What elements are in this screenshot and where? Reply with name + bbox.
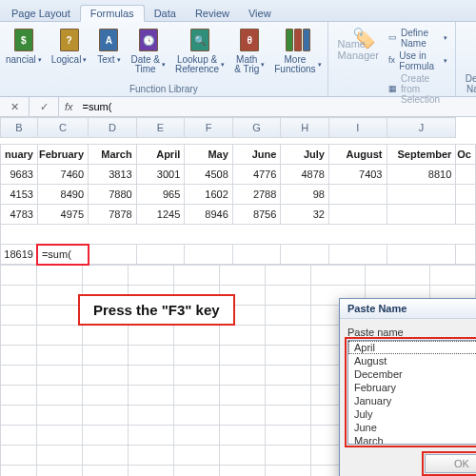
cell[interactable] [36, 326, 82, 346]
cell[interactable] [429, 266, 475, 286]
paste-name-listbox[interactable]: AprilAugustDecemberFebruaryJanuaryJulyJu… [347, 340, 476, 445]
accept-formula-icon[interactable]: ✓ [30, 97, 59, 116]
cell[interactable] [128, 426, 173, 446]
cell[interactable]: 8490 [37, 185, 88, 205]
cell[interactable]: 7878 [89, 205, 137, 225]
list-item[interactable]: March [348, 434, 476, 445]
cell[interactable] [128, 326, 173, 346]
cell[interactable] [266, 306, 311, 326]
col-header[interactable]: E [136, 118, 185, 138]
cell[interactable]: 98 [281, 185, 329, 205]
cell[interactable] [36, 366, 82, 386]
cell[interactable] [220, 266, 266, 286]
cell[interactable] [328, 245, 387, 265]
list-item[interactable]: February [348, 381, 476, 394]
list-item[interactable]: December [348, 367, 476, 381]
cell[interactable] [82, 346, 128, 366]
cell[interactable] [1, 386, 37, 406]
cell[interactable] [266, 406, 311, 426]
cell[interactable] [128, 446, 173, 466]
cell[interactable]: 32 [281, 205, 329, 225]
cell[interactable]: 4508 [185, 165, 233, 185]
cell[interactable] [82, 386, 128, 406]
list-item[interactable]: July [348, 407, 476, 421]
cell[interactable] [128, 346, 173, 366]
list-item[interactable]: August [348, 354, 476, 367]
cell[interactable] [266, 466, 311, 477]
cell[interactable] [1, 366, 37, 386]
cell[interactable]: 3001 [136, 165, 185, 185]
cell[interactable] [1, 446, 37, 466]
cell[interactable] [220, 406, 266, 426]
cell[interactable] [366, 266, 429, 286]
text-button[interactable]: A Text▾ [94, 25, 123, 75]
use-in-formula-button[interactable]: fx Use in Formula▾ [385, 50, 451, 72]
cell[interactable] [266, 266, 311, 286]
cell[interactable] [387, 205, 456, 225]
cell[interactable] [174, 406, 220, 426]
cell[interactable] [174, 386, 220, 406]
cell[interactable] [174, 446, 220, 466]
cell[interactable] [220, 386, 266, 406]
cell[interactable] [220, 466, 266, 477]
more-functions-button[interactable]: More Functions▾ [272, 25, 323, 75]
date-time-button[interactable]: 🕓 Date & Time▾ [129, 25, 168, 75]
cell[interactable] [36, 466, 82, 477]
cell[interactable]: 4153 [1, 185, 38, 205]
list-item[interactable]: June [348, 421, 476, 434]
cell[interactable] [1, 306, 37, 326]
tab-review[interactable]: Review [186, 6, 239, 21]
cell[interactable] [128, 366, 173, 386]
cell[interactable] [174, 346, 220, 366]
define-name-button[interactable]: ▭ Define Name▾ [385, 27, 451, 50]
cell[interactable] [82, 406, 128, 426]
cell[interactable] [36, 346, 82, 366]
cell[interactable]: 4975 [37, 205, 88, 225]
cell[interactable]: 4776 [232, 165, 281, 185]
spreadsheet[interactable]: BCDEFGHIJ nuaryFebruaryMarchAprilMayJune… [0, 117, 476, 476]
cell[interactable]: 7460 [37, 165, 88, 185]
cell[interactable]: 8810 [387, 165, 456, 185]
cell[interactable] [36, 306, 82, 326]
cell[interactable] [82, 266, 128, 286]
cell[interactable] [232, 245, 281, 265]
cell[interactable] [82, 326, 128, 346]
cell[interactable] [174, 466, 220, 477]
math-button[interactable]: θ Math & Trig▾ [232, 25, 267, 75]
cell[interactable] [220, 366, 266, 386]
cell[interactable] [387, 245, 456, 265]
name-manager-button[interactable]: 🏷️ Name Manager [332, 25, 385, 63]
cell[interactable] [1, 406, 37, 426]
formula-input[interactable] [79, 100, 476, 113]
financial-button[interactable]: $ nancial▾ [4, 25, 44, 75]
cell[interactable] [89, 245, 137, 265]
cell[interactable] [82, 426, 128, 446]
cell[interactable]: 8756 [232, 205, 281, 225]
cell[interactable]: 1602 [185, 185, 233, 205]
cell[interactable] [36, 386, 82, 406]
cell[interactable]: 965 [136, 185, 185, 205]
cell[interactable] [1, 346, 37, 366]
cell[interactable]: 2788 [232, 185, 281, 205]
col-header[interactable]: D [89, 118, 137, 138]
tab-formulas[interactable]: Formulas [80, 5, 145, 22]
cell[interactable]: 8946 [185, 205, 233, 225]
cell[interactable] [220, 346, 266, 366]
cell[interactable] [128, 386, 173, 406]
cell[interactable] [266, 286, 311, 306]
cell[interactable] [266, 326, 311, 346]
cell[interactable] [266, 446, 311, 466]
cell[interactable] [456, 185, 476, 205]
cell[interactable]: 18619 [1, 245, 38, 265]
tab-page-layout[interactable]: Page Layout [2, 6, 80, 21]
cell[interactable]: 9683 [1, 165, 38, 185]
cell[interactable]: 1245 [136, 205, 185, 225]
col-header[interactable]: F [185, 118, 233, 138]
cell[interactable] [266, 426, 311, 446]
cell[interactable] [36, 266, 82, 286]
cancel-formula-icon[interactable]: ✕ [0, 97, 30, 116]
list-item[interactable]: April [348, 341, 476, 354]
cell[interactable] [82, 366, 128, 386]
tab-data[interactable]: Data [145, 6, 186, 21]
cell[interactable] [36, 406, 82, 426]
